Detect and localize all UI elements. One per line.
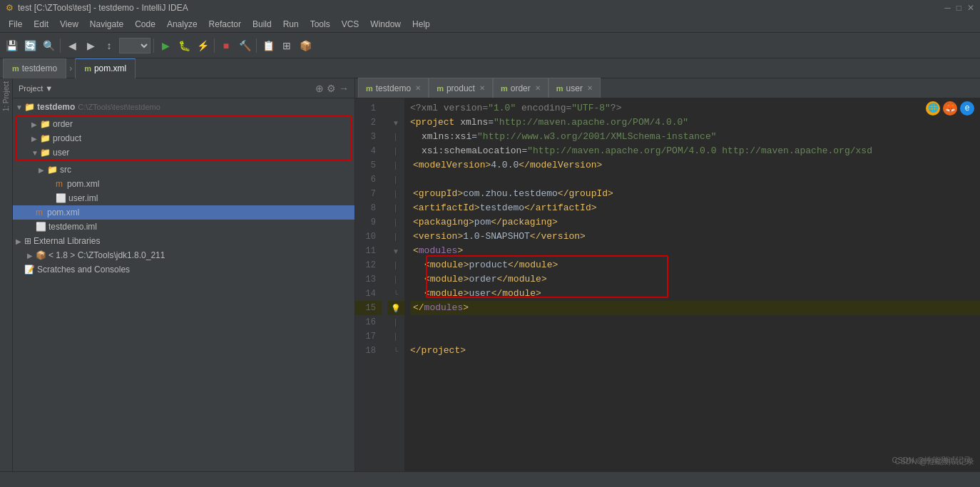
tab-label-testdemo: testdemo bbox=[376, 83, 411, 93]
back-btn[interactable]: ◀ bbox=[63, 37, 81, 54]
menu-refactor[interactable]: Refactor bbox=[203, 18, 247, 31]
commit-btn[interactable]: 📋 bbox=[260, 37, 277, 54]
app-icon: ⚙ bbox=[6, 3, 14, 13]
gutter-1 bbox=[387, 101, 404, 116]
debug-btn[interactable]: 🐛 bbox=[175, 37, 193, 54]
editor-tab-order[interactable]: m order ✕ bbox=[493, 78, 548, 98]
code-area[interactable]: 🌐 🦊 e <?xml version="1.0" encoding="UTF-… bbox=[404, 98, 980, 487]
profile-btn[interactable]: ⚡ bbox=[194, 37, 211, 54]
menu-analyze[interactable]: Analyze bbox=[161, 18, 203, 31]
top-tab-testdemo[interactable]: m testdemo bbox=[3, 58, 66, 78]
tree-label-testdemo-iml: testdemo.iml bbox=[49, 222, 97, 232]
tab-icon-user: m bbox=[556, 84, 563, 93]
gutter-5: │ bbox=[387, 158, 404, 173]
menu-build[interactable]: Build bbox=[247, 18, 277, 31]
code-line-13-content: <module>order</module> bbox=[410, 272, 547, 287]
tree-item-user[interactable]: ▼ 📁 user bbox=[17, 145, 350, 160]
menu-navigate[interactable]: Navigate bbox=[84, 18, 129, 31]
sync-btn[interactable]: 🔄 bbox=[21, 37, 39, 54]
code-line-10: <version>1.0-SNAPSHOT</version> bbox=[410, 230, 980, 244]
collapse-btn[interactable]: → bbox=[339, 83, 349, 94]
save-all-btn[interactable]: 💾 bbox=[3, 37, 20, 54]
stop-btn[interactable]: ■ bbox=[218, 37, 235, 54]
gutter-15: 💡 bbox=[387, 301, 404, 315]
code-line-4-content: xsi:schemaLocation="http://maven.apache.… bbox=[410, 144, 872, 158]
menu-edit[interactable]: Edit bbox=[28, 18, 54, 31]
folder-icon-testdemo: 📁 bbox=[24, 102, 35, 112]
settings-btn[interactable]: ⚙ bbox=[327, 83, 336, 94]
gutter-9: │ bbox=[387, 215, 404, 230]
rerun-btn[interactable]: ↕ bbox=[101, 37, 118, 54]
tree-arrow-jdk[interactable]: ▶ bbox=[27, 252, 36, 260]
tree-item-order[interactable]: ▶ 📁 order bbox=[17, 117, 350, 131]
close-btn[interactable]: ✕ bbox=[967, 3, 974, 13]
top-tab-bar: m testdemo › m pom.xml bbox=[0, 58, 980, 78]
menu-run[interactable]: Run bbox=[277, 18, 305, 31]
code-line-1: <?xml version="1.0" encoding="UTF-8"?> bbox=[410, 101, 980, 116]
gutter-11[interactable]: ▼ bbox=[387, 244, 404, 258]
menu-file[interactable]: File bbox=[3, 18, 28, 31]
code-line-15: </modules> bbox=[410, 301, 980, 315]
tree-arrow-ext-libs[interactable]: ▶ bbox=[16, 237, 24, 245]
maximize-btn[interactable]: □ bbox=[956, 3, 961, 13]
ln-11: 11 bbox=[355, 244, 382, 258]
tree-item-user-pom[interactable]: m pom.xml bbox=[13, 177, 354, 191]
folder-icon-user: 📁 bbox=[40, 148, 51, 158]
window-title: test [C:\ZTools\test] - testdemo - Intel… bbox=[18, 3, 188, 13]
tree-item-jdk[interactable]: ▶ 📦 < 1.8 > C:\ZTools\jdk1.8.0_211 bbox=[13, 248, 354, 262]
gutter-7: │ bbox=[387, 187, 404, 201]
project-strip-label[interactable]: 1: Project bbox=[2, 81, 10, 111]
menu-tools[interactable]: Tools bbox=[305, 18, 336, 31]
tree-item-root-pom[interactable]: m pom.xml bbox=[13, 205, 354, 220]
tree-arrow-product[interactable]: ▶ bbox=[31, 135, 40, 143]
panel-dropdown-btn[interactable]: Project ▼ bbox=[19, 84, 53, 93]
menu-code[interactable]: Code bbox=[129, 18, 161, 31]
minimize-btn[interactable]: ─ bbox=[944, 3, 951, 13]
menu-help[interactable]: Help bbox=[407, 18, 436, 31]
tree-item-user-iml[interactable]: ⬜ user.iml bbox=[13, 191, 354, 205]
run-btn[interactable]: ▶ bbox=[157, 37, 174, 54]
ln-1: 1 bbox=[355, 101, 382, 116]
run-config-dropdown[interactable] bbox=[119, 38, 150, 53]
project-panel-header: Project ▼ ⊕ ⚙ → bbox=[13, 78, 354, 98]
gutter-14: └ bbox=[387, 287, 404, 301]
gutter-2[interactable]: ▼ bbox=[387, 116, 404, 130]
tab-close-order[interactable]: ✕ bbox=[535, 84, 541, 92]
tree-item-testdemo-iml[interactable]: ⬜ testdemo.iml bbox=[13, 220, 354, 234]
tree-arrow-testdemo[interactable]: ▼ bbox=[16, 103, 24, 111]
ln-12: 12 bbox=[355, 258, 382, 272]
editor-tab-user[interactable]: m user ✕ bbox=[548, 78, 601, 98]
terminal-btn[interactable]: ⊞ bbox=[278, 37, 295, 54]
scope-btn[interactable]: ⊕ bbox=[315, 83, 324, 94]
build-btn[interactable]: 🔨 bbox=[236, 37, 253, 54]
code-line-13: <module>order</module> bbox=[410, 272, 980, 287]
tree-arrow-src[interactable]: ▶ bbox=[39, 166, 47, 174]
tree-label-user-pom: pom.xml bbox=[67, 179, 99, 189]
tree-item-scratches[interactable]: 📝 Scratches and Consoles bbox=[13, 262, 354, 277]
search-btn[interactable]: 🔍 bbox=[40, 37, 57, 54]
code-line-1-content: <?xml version="1.0" encoding="UTF-8"?> bbox=[410, 101, 621, 116]
tree-item-src[interactable]: ▶ 📁 src bbox=[13, 163, 354, 177]
file-tree: ▼ 📁 testdemo C:\ZTools\test\testdemo ▶ 📁… bbox=[13, 98, 354, 487]
tree-arrow-order[interactable]: ▶ bbox=[31, 121, 40, 128]
editor-tab-testdemo[interactable]: m testdemo ✕ bbox=[358, 78, 429, 98]
tree-item-product[interactable]: ▶ 📁 product bbox=[17, 131, 350, 145]
tree-label-product: product bbox=[53, 133, 81, 143]
tree-item-ext-libs[interactable]: ▶ ⊞ External Libraries bbox=[13, 234, 354, 248]
code-line-5-content: <modelVersion>4.0.0</modelVersion> bbox=[410, 158, 602, 173]
tree-label-jdk: < 1.8 > C:\ZTools\jdk1.8.0_211 bbox=[49, 250, 165, 260]
tab-close-product[interactable]: ✕ bbox=[479, 84, 485, 92]
tree-label-root-pom: pom.xml bbox=[47, 207, 79, 217]
tree-arrow-user[interactable]: ▼ bbox=[31, 149, 40, 157]
tree-item-testdemo[interactable]: ▼ 📁 testdemo C:\ZTools\test\testdemo bbox=[13, 100, 354, 114]
forward-btn[interactable]: ▶ bbox=[82, 37, 99, 54]
tab-close-testdemo[interactable]: ✕ bbox=[415, 84, 421, 92]
top-tab-pom-xml[interactable]: m pom.xml bbox=[75, 58, 136, 78]
sdk-btn[interactable]: 📦 bbox=[297, 37, 314, 54]
menu-vcs[interactable]: VCS bbox=[336, 18, 365, 31]
editor-tab-product[interactable]: m product ✕ bbox=[429, 78, 493, 98]
tab-close-user[interactable]: ✕ bbox=[587, 84, 593, 92]
code-line-11: <modules> bbox=[410, 244, 980, 258]
menu-view[interactable]: View bbox=[54, 18, 84, 31]
menu-window[interactable]: Window bbox=[364, 18, 407, 31]
